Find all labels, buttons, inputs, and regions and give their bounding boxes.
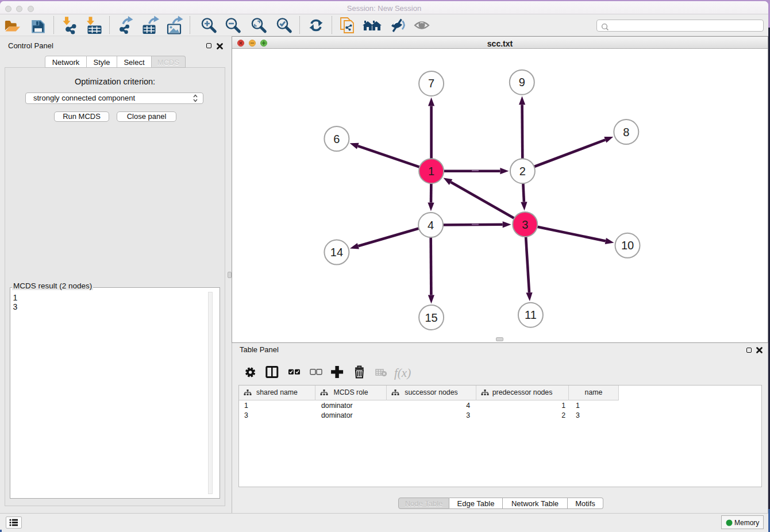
svg-text:6: 6	[333, 133, 340, 145]
svg-text:3: 3	[522, 218, 528, 231]
svg-text:1: 1	[428, 165, 434, 178]
svg-text:10: 10	[621, 239, 634, 252]
svg-text:7: 7	[428, 77, 434, 90]
svg-text:14: 14	[330, 246, 343, 259]
svg-text:9: 9	[519, 76, 525, 88]
svg-text:8: 8	[623, 126, 629, 138]
svg-text:11: 11	[525, 309, 537, 321]
svg-text:2: 2	[519, 165, 526, 178]
svg-text:15: 15	[425, 311, 437, 324]
svg-text:4: 4	[428, 219, 434, 232]
svg-text:f(x): f(x)	[394, 366, 411, 380]
